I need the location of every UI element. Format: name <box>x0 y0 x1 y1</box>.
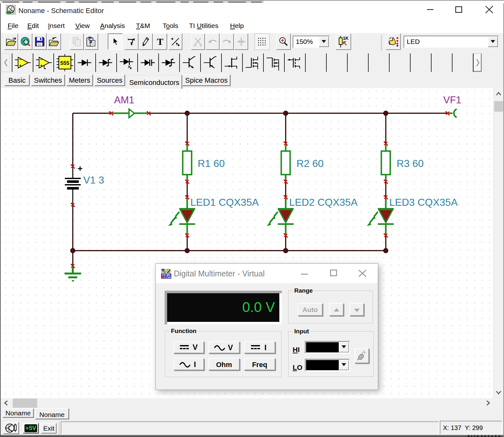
svg-text:V: V <box>193 344 198 351</box>
svg-text:LED3 CQX35A: LED3 CQX35A <box>389 197 458 208</box>
svg-text:T: T <box>157 38 163 46</box>
svg-text:R1 60: R1 60 <box>198 158 225 169</box>
svg-text:V: V <box>228 343 233 351</box>
svg-text:AM1: AM1 <box>114 94 134 106</box>
svg-text:V1 3: V1 3 <box>83 174 104 186</box>
svg-text:R3 60: R3 60 <box>397 158 424 169</box>
svg-text:LED1 CQX35A: LED1 CQX35A <box>190 197 259 208</box>
svg-text:555: 555 <box>60 60 69 66</box>
svg-text:LED2 CQX35A: LED2 CQX35A <box>289 197 358 208</box>
svg-text:1K: 1K <box>343 36 349 41</box>
svg-text:R2 60: R2 60 <box>296 158 324 169</box>
svg-text:I: I <box>194 360 196 368</box>
svg-text:I: I <box>264 344 267 351</box>
svg-text:VF1: VF1 <box>443 94 461 106</box>
